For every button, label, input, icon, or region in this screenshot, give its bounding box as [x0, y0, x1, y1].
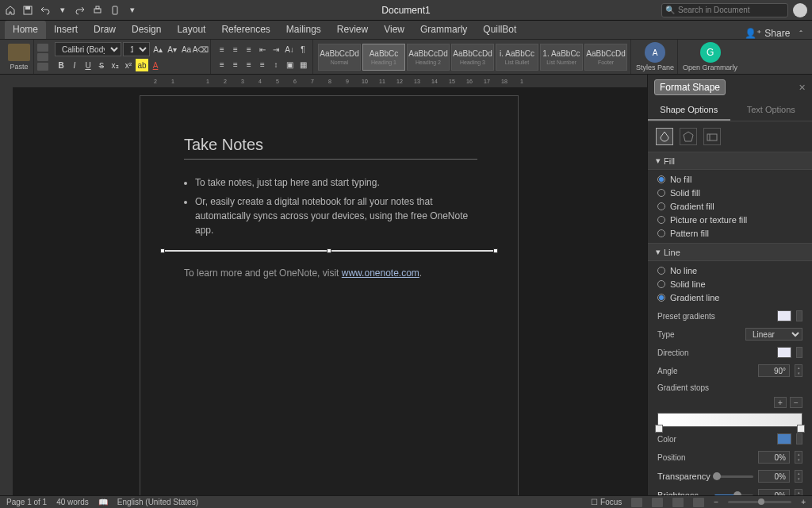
home-icon[interactable]: [5, 5, 16, 16]
gradient-type-select[interactable]: Linear: [745, 328, 802, 341]
copy-icon[interactable]: [37, 53, 48, 61]
styles-pane-button[interactable]: A Styles Pane: [633, 40, 678, 74]
resize-handle-right[interactable]: [493, 248, 498, 253]
align-center-icon[interactable]: ≡: [229, 58, 242, 71]
fill-line-tab-icon[interactable]: [656, 128, 673, 145]
transparency-input[interactable]: [758, 470, 790, 483]
clear-formatting-icon[interactable]: A⌫: [194, 43, 207, 56]
bullets-icon[interactable]: ≡: [216, 43, 228, 56]
gradient-stops-slider[interactable]: [657, 413, 802, 427]
font-size-select[interactable]: 15: [123, 42, 150, 56]
open-grammarly-button[interactable]: G Open Grammarly: [680, 40, 741, 74]
angle-stepper[interactable]: ▴▾: [795, 364, 802, 377]
resize-handle-left[interactable]: [160, 248, 165, 253]
justify-icon[interactable]: ≡: [256, 58, 269, 71]
tab-insert[interactable]: Insert: [46, 21, 86, 39]
position-stepper[interactable]: ▴▾: [795, 451, 802, 464]
fill-picture[interactable]: Picture or texture fill: [657, 215, 802, 225]
subscript-icon[interactable]: x₂: [109, 59, 121, 71]
zoom-in-button[interactable]: +: [801, 498, 806, 506]
align-left-icon[interactable]: ≡: [216, 58, 228, 71]
paste-button[interactable]: Paste: [5, 40, 34, 74]
spellcheck-icon[interactable]: 📖: [98, 498, 108, 506]
style-list-number[interactable]: 1. AaBbCcList Number: [540, 44, 583, 71]
doc-heading[interactable]: Take Notes: [184, 136, 474, 154]
doc-bullets[interactable]: To take notes, just tap here and start t…: [195, 175, 474, 237]
position-input[interactable]: [758, 451, 790, 464]
format-painter-icon[interactable]: [37, 63, 48, 71]
style-list-bullet[interactable]: i. AaBbCcList Bullet: [496, 44, 538, 71]
resize-handle-mid[interactable]: [327, 248, 331, 253]
font-family-select[interactable]: Calibri (Body): [55, 42, 121, 56]
line-spacing-icon[interactable]: ↕: [270, 58, 282, 71]
style-footer[interactable]: AaBbCcDdFooter: [584, 44, 627, 71]
chevron-down-icon[interactable]: ▾: [57, 5, 68, 16]
brightness-stepper[interactable]: ▴▾: [795, 489, 802, 495]
close-icon[interactable]: ✕: [799, 83, 806, 93]
style-heading2[interactable]: AaBbCcDdHeading 2: [407, 44, 450, 71]
italic-icon[interactable]: I: [68, 59, 81, 71]
search-input[interactable]: 🔍 Search in Document: [661, 3, 788, 17]
style-heading3[interactable]: AaBbCcDdHeading 3: [451, 44, 494, 71]
tab-view[interactable]: View: [376, 21, 412, 39]
chevron-down-icon[interactable]: [796, 310, 802, 321]
chevron-down-icon[interactable]: ▾: [127, 5, 138, 16]
change-case-icon[interactable]: Aa: [180, 43, 193, 56]
size-tab-icon[interactable]: [703, 128, 721, 145]
tab-grammarly[interactable]: Grammarly: [412, 21, 475, 39]
chevron-down-icon[interactable]: [796, 433, 802, 444]
color-picker-button[interactable]: [777, 433, 791, 444]
share-button[interactable]: 👤⁺ Share: [740, 28, 795, 39]
tab-mailings[interactable]: Mailings: [278, 21, 329, 39]
remove-stop-button[interactable]: −: [790, 397, 802, 408]
document-page[interactable]: Take Notes To take notes, just tap here …: [140, 95, 519, 495]
tab-text-options[interactable]: Text Options: [730, 100, 813, 121]
learn-more-text[interactable]: To learn more and get OneNote, visit www…: [184, 267, 474, 279]
align-right-icon[interactable]: ≡: [243, 58, 255, 71]
outline-view-icon[interactable]: [672, 498, 684, 507]
decrease-font-icon[interactable]: A▾: [166, 43, 178, 56]
focus-mode-button[interactable]: ☐ Focus: [591, 498, 622, 506]
transparency-stepper[interactable]: ▴▾: [795, 470, 802, 483]
multilevel-icon[interactable]: ≡: [243, 43, 255, 56]
styles-gallery[interactable]: AaBbCcDdNormal AaBbCcHeading 1 AaBbCcDdH…: [315, 40, 631, 74]
cut-icon[interactable]: [37, 44, 48, 52]
angle-input[interactable]: [758, 364, 790, 377]
tab-design[interactable]: Design: [124, 21, 169, 39]
gradient-stop-handle[interactable]: [797, 425, 805, 433]
tab-quillbot[interactable]: QuillBot: [475, 21, 524, 39]
show-marks-icon[interactable]: ¶: [297, 43, 309, 56]
vertical-ruler[interactable]: [0, 87, 13, 495]
language-indicator[interactable]: English (United States): [117, 498, 198, 506]
redo-icon[interactable]: [75, 5, 86, 16]
tab-home[interactable]: Home: [5, 21, 46, 39]
print-icon[interactable]: [92, 5, 103, 16]
add-stop-button[interactable]: +: [774, 397, 787, 408]
touch-mode-icon[interactable]: [109, 5, 121, 16]
font-color-icon[interactable]: A: [149, 59, 162, 71]
fill-solid[interactable]: Solid fill: [657, 188, 802, 198]
preset-gradients-button[interactable]: [777, 310, 791, 321]
effects-tab-icon[interactable]: [680, 128, 697, 145]
numbering-icon[interactable]: ≡: [229, 43, 242, 56]
tab-shape-options[interactable]: Shape Options: [648, 100, 730, 121]
fill-pattern[interactable]: Pattern fill: [657, 229, 802, 238]
highlight-icon[interactable]: ab: [136, 59, 148, 71]
direction-button[interactable]: [777, 347, 791, 358]
brightness-input[interactable]: [758, 489, 790, 495]
tab-draw[interactable]: Draw: [86, 21, 124, 39]
indent-icon[interactable]: ⇥: [270, 43, 282, 56]
borders-icon[interactable]: ▦: [297, 58, 309, 71]
sort-icon[interactable]: A↓: [283, 43, 296, 56]
outdent-icon[interactable]: ⇤: [256, 43, 269, 56]
web-layout-view-icon[interactable]: [652, 498, 663, 507]
save-icon[interactable]: [22, 5, 33, 16]
superscript-icon[interactable]: x²: [122, 59, 135, 71]
line-no-line[interactable]: No line: [657, 266, 802, 275]
increase-font-icon[interactable]: A▴: [151, 43, 164, 56]
undo-icon[interactable]: [40, 5, 51, 16]
fill-section-header[interactable]: ▾Fill: [648, 152, 812, 170]
tab-references[interactable]: References: [213, 21, 278, 39]
user-avatar[interactable]: [793, 3, 807, 17]
transparency-slider[interactable]: [714, 475, 753, 478]
